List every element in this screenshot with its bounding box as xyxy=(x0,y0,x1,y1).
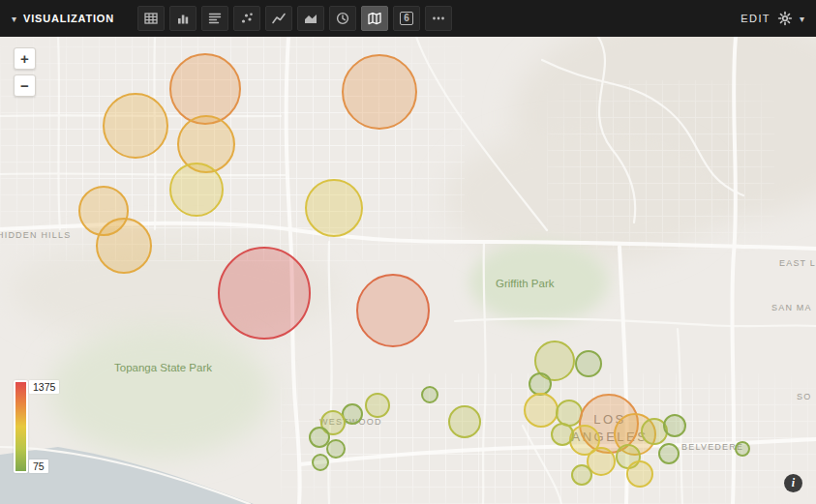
bubble[interactable] xyxy=(170,163,223,216)
bubble[interactable] xyxy=(310,428,329,447)
collapse-caret-icon: ▾ xyxy=(12,14,16,24)
more-chart-types-button[interactable] xyxy=(425,6,452,31)
scatter-icon xyxy=(239,11,255,26)
legend-max-value: 1375 xyxy=(29,380,59,394)
color-legend: 1375 75 xyxy=(14,380,59,473)
section-title: VISUALIZATION xyxy=(23,13,114,24)
zoom-control: + − xyxy=(14,47,36,97)
bubble[interactable] xyxy=(449,406,480,437)
visualization-app: ▾ VISUALIZATION xyxy=(0,0,816,504)
bubble[interactable] xyxy=(552,424,573,445)
edit-visualization-button[interactable]: EDIT ▾ xyxy=(740,11,804,26)
bubble[interactable] xyxy=(659,444,679,463)
bubble[interactable] xyxy=(357,275,429,346)
map-icon xyxy=(367,11,382,26)
bubble-layer[interactable] xyxy=(0,37,816,504)
bubble[interactable] xyxy=(97,219,151,273)
bubble[interactable] xyxy=(642,419,667,444)
area-chart-icon xyxy=(303,11,318,26)
bubble[interactable] xyxy=(178,116,234,172)
bubble[interactable] xyxy=(343,55,416,129)
chart-type-switcher: 6 xyxy=(137,6,452,31)
zoom-in-button[interactable]: + xyxy=(14,47,36,70)
legend-bar xyxy=(14,380,28,473)
edit-label: EDIT xyxy=(740,13,771,24)
bubble[interactable] xyxy=(627,461,652,487)
bubble[interactable] xyxy=(327,440,345,458)
bubble[interactable] xyxy=(343,404,362,424)
bar-chart-button[interactable] xyxy=(169,6,196,31)
map-canvas[interactable]: HIDDEN HILLS Topanga State Park Griffith… xyxy=(0,37,816,504)
area-chart-button[interactable] xyxy=(297,6,324,31)
bubble[interactable] xyxy=(313,455,328,470)
bubble[interactable] xyxy=(170,54,240,124)
zoom-out-button[interactable]: − xyxy=(14,74,36,97)
bubble[interactable] xyxy=(557,400,582,426)
table-chart-button[interactable] xyxy=(137,6,165,31)
bubble[interactable] xyxy=(529,373,551,395)
edit-dropdown-caret-icon: ▾ xyxy=(800,14,804,24)
map-chart-button[interactable] xyxy=(361,6,388,31)
text-icon xyxy=(207,11,223,26)
gear-icon[interactable] xyxy=(777,11,793,26)
text-chart-button[interactable] xyxy=(201,6,228,31)
ellipsis-icon xyxy=(431,11,446,26)
bubble[interactable] xyxy=(588,448,615,475)
bubble[interactable] xyxy=(104,94,167,158)
map-info-button[interactable]: i xyxy=(784,474,802,492)
visualization-section-toggle[interactable]: ▾ VISUALIZATION xyxy=(12,13,114,24)
line-chart-icon xyxy=(271,11,287,26)
visualization-toolbar: ▾ VISUALIZATION xyxy=(0,0,816,37)
legend-gradient xyxy=(15,382,26,471)
scatter-chart-button[interactable] xyxy=(233,6,260,31)
table-icon xyxy=(143,11,159,26)
bubble[interactable] xyxy=(306,180,362,236)
single-value-icon: 6 xyxy=(400,12,413,25)
bubble[interactable] xyxy=(525,394,558,427)
time-chart-button[interactable] xyxy=(329,6,356,31)
bubble[interactable] xyxy=(422,387,438,402)
bubble[interactable] xyxy=(664,415,685,436)
single-value-chart-button[interactable]: 6 xyxy=(393,6,420,31)
bubble[interactable] xyxy=(366,394,389,417)
line-chart-button[interactable] xyxy=(265,6,292,31)
bubble[interactable] xyxy=(219,248,310,339)
legend-min-value: 75 xyxy=(29,460,48,473)
clock-icon xyxy=(335,11,350,26)
bubble[interactable] xyxy=(572,465,591,485)
bubble[interactable] xyxy=(576,351,601,376)
bubble[interactable] xyxy=(736,442,749,456)
bar-chart-icon xyxy=(175,11,191,26)
